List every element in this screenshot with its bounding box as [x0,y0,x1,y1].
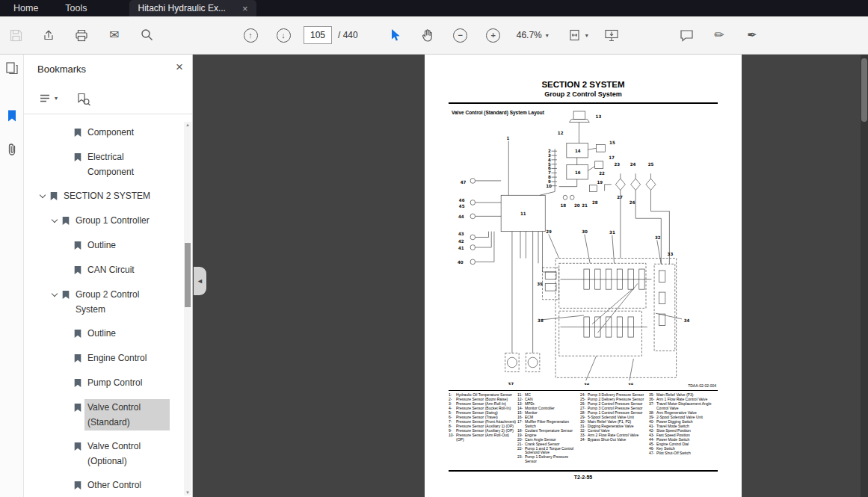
bookmark-item[interactable]: Electrical Component [24,145,183,184]
bookmark-label[interactable]: Valve Control (Standard) [84,399,170,430]
bookmark-label[interactable]: Outline [87,326,176,341]
legend-item: 10-Pressure Sensor (Arm Roll-Out) (OP) [449,433,517,442]
scrollbar-thumb[interactable] [861,58,867,122]
zoom-in-button[interactable]: + [482,22,505,49]
comment-tool-button[interactable] [675,22,698,49]
diagram-label: 16 [575,170,581,175]
scroll-down-icon[interactable]: ▼ [184,490,191,495]
bookmark-label[interactable]: Electrical Component [87,149,176,179]
page-down-button[interactable]: ↓ [272,22,295,49]
bookmark-label[interactable]: Outline [87,238,176,253]
select-cursor-icon [389,28,401,42]
chevron-down-icon: ▾ [55,95,58,102]
chevron-down-icon[interactable] [36,188,49,197]
diagram-label: 11 [520,212,526,216]
bookmark-item[interactable]: Engine Control [24,346,183,371]
diagram-label: 1 [507,136,510,141]
bookmark-search-icon [76,93,91,106]
bookmark-label[interactable]: Component [87,125,176,140]
diagram-label: 46 [459,198,465,203]
bookmark-item[interactable]: Other Control [24,473,183,497]
highlight-tool-button[interactable]: ✏ [708,22,730,49]
bookmark-item[interactable]: Group 1 Controller [24,209,183,233]
panel-collapse-handle[interactable]: ◄ [194,267,206,295]
section-title: SECTION 2 SYSTEM [425,80,742,89]
zoom-out-button[interactable]: − [449,22,472,49]
bookmark-label[interactable]: Group 1 Controller [76,213,176,228]
comment-icon [680,29,694,42]
scroll-up-icon[interactable]: ▲ [184,123,191,127]
bookmark-icon [73,149,87,165]
tab-close-icon[interactable]: × [240,3,250,14]
diagram-label: 25 [648,161,654,166]
bookmark-icon [73,326,87,342]
bookmark-options-button[interactable]: ▾ [39,93,58,104]
bookmark-label[interactable]: Valve Control (Optional) [87,439,176,469]
page-up-button[interactable]: ↑ [239,22,262,49]
zoom-out-icon: − [453,28,467,43]
bookmark-item[interactable]: Outline [24,233,183,258]
bookmark-label[interactable]: Group 2 Control System [76,287,176,317]
save-icon [10,29,22,42]
bookmark-item[interactable]: Component [24,120,183,145]
bookmarks-scrollbar[interactable]: ▲ ▼ [184,122,191,496]
document-scrollbar[interactable] [861,55,868,497]
bookmark-icon [73,439,87,454]
page-label: T2-2-55 [425,475,742,480]
save-button[interactable] [4,22,27,49]
bookmark-icon [49,188,64,204]
bookmark-label[interactable]: CAN Circuit [87,262,176,277]
attachments-panel-button[interactable] [4,142,19,157]
hand-tool-button[interactable] [416,22,439,49]
bookmark-label[interactable]: Engine Control [87,351,176,365]
share-button[interactable] [37,22,60,49]
toolbar: ✉ ↑ ↓ / 440 − + 46.7% ▾ [0,16,868,55]
share-icon [42,28,55,42]
chevron-down-icon[interactable] [48,213,61,222]
search-button[interactable] [136,22,158,49]
bookmark-item[interactable]: CAN Circuit [24,258,183,283]
page-thumbnails-button[interactable] [4,61,19,75]
bookmark-label[interactable]: SECTION 2 SYSTEM [64,188,176,203]
scrollbar-thumb[interactable] [185,243,191,307]
bookmark-label[interactable]: Other Control [87,478,176,493]
bookmark-options-icon [39,93,52,104]
legend-column: 11-MC12-CAN13-MPDr.14-Monitor Controller… [517,393,580,464]
page-count-label: / 440 [338,30,358,40]
chevron-down-icon[interactable] [48,287,61,296]
diagram-label: 43 [458,232,464,236]
bookmark-item[interactable]: Group 2 Control System [24,283,183,321]
bookmark-item[interactable]: Valve Control (Optional) [24,434,183,473]
page-thumbnails-icon [5,61,19,75]
tab-home[interactable]: Home [0,0,52,16]
page-number-input[interactable] [304,26,332,44]
email-button[interactable]: ✉ [103,22,126,49]
panel-close-icon[interactable]: × [176,61,183,73]
search-icon [141,28,154,42]
zoom-level-dropdown[interactable]: 46.7% ▾ [517,30,549,40]
tab-document[interactable]: Hitachi Hydraulic Ex... × [129,0,256,16]
sign-tool-button[interactable]: ✒ [741,22,763,49]
legend-item: 23-Pump 1 Delivery Pressure Sensor [517,455,580,463]
diagram-label: 40 [458,260,464,265]
tab-tools[interactable]: Tools [52,0,100,16]
diagram-label: 15 [609,140,615,144]
diagram-label: 31 [609,229,615,234]
system-diagram: 1234567891011121314151617181920212223242… [449,110,718,385]
bookmarks-panel-button[interactable] [4,108,19,123]
select-tool-button[interactable] [384,22,406,49]
bookmark-icon [73,262,87,278]
bookmark-label[interactable]: Pump Control [87,375,176,390]
bookmark-icon [61,213,76,229]
fit-width-button[interactable]: ▾ [568,29,588,41]
bookmark-item[interactable]: Pump Control [24,371,183,395]
bookmark-item[interactable]: Outline [24,321,183,346]
bookmark-item[interactable]: SECTION 2 SYSTEM [24,184,183,209]
bookmark-item[interactable]: Valve Control (Standard) [24,395,183,434]
print-button[interactable] [70,22,93,49]
bookmarks-panel: Bookmarks × ▾ ComponentElectrical Compon… [24,55,193,497]
bookmark-icon [73,238,87,253]
scroll-mode-button[interactable] [600,22,623,49]
paperclip-icon [6,143,18,156]
bookmark-find-button[interactable] [76,93,91,106]
